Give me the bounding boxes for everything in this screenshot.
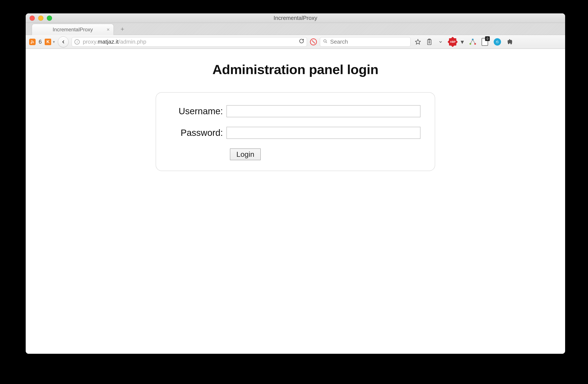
extension-dropdown-icon[interactable]: ▾: [53, 40, 55, 44]
notes-icon[interactable]: 0: [482, 38, 488, 46]
site-info-icon[interactable]: i: [74, 39, 80, 45]
minimize-window-button[interactable]: [38, 16, 43, 21]
zoom-window-button[interactable]: [47, 16, 52, 21]
close-tab-button[interactable]: ×: [107, 27, 110, 32]
username-label: Username:: [170, 106, 227, 116]
window-title: IncrementalProxy: [26, 15, 565, 21]
page-viewport: Administration panel login Username: Pas…: [26, 49, 565, 354]
login-panel: Username: Password: Login: [156, 92, 435, 171]
svg-line-2: [326, 42, 327, 43]
close-window-button[interactable]: [30, 16, 35, 21]
svg-line-10: [473, 40, 475, 44]
browser-tab[interactable]: IncrementalProxy ×: [32, 24, 114, 35]
password-label: Password:: [170, 128, 227, 138]
window-controls: [30, 16, 52, 21]
password-input[interactable]: [227, 127, 420, 139]
round-blue-extension-icon[interactable]: ⎋: [494, 38, 501, 45]
tab-strip: IncrementalProxy × +: [26, 23, 565, 35]
search-input[interactable]: [330, 38, 407, 45]
new-tab-button[interactable]: +: [118, 24, 127, 34]
bookmark-star-icon[interactable]: [415, 39, 421, 45]
page-heading: Administration panel login: [212, 62, 378, 77]
noscript-icon[interactable]: [310, 38, 317, 45]
tab-title: IncrementalProxy: [53, 26, 93, 33]
titlebar: IncrementalProxy: [26, 13, 565, 23]
toolbar: 6 K ▾ i proxy.matjaz.it/admin.php: [26, 35, 565, 49]
url-text: proxy.matjaz.it/admin.php: [83, 38, 146, 45]
downloads-icon[interactable]: [438, 39, 443, 45]
login-button[interactable]: Login: [230, 148, 261, 160]
svg-point-0: [31, 43, 32, 43]
reload-button[interactable]: [299, 38, 304, 45]
back-button[interactable]: [58, 37, 69, 47]
extension-orange-icon[interactable]: K: [45, 39, 51, 45]
menu-button[interactable]: [519, 40, 525, 44]
rss-icon[interactable]: [29, 39, 36, 45]
evernote-icon[interactable]: [507, 39, 513, 45]
feed-count: 6: [39, 38, 42, 45]
username-row: Username:: [170, 105, 420, 117]
adblock-icon[interactable]: ABP: [449, 38, 456, 45]
svg-point-1: [324, 40, 326, 42]
username-input[interactable]: [227, 105, 420, 117]
url-bar[interactable]: i proxy.matjaz.it/admin.php: [72, 37, 307, 47]
toolbar-right-icons: ABP ▾ 0 ⎋: [415, 38, 525, 46]
submit-row: Login: [170, 148, 420, 160]
page-content: Administration panel login Username: Pas…: [26, 49, 565, 171]
svg-marker-3: [416, 39, 420, 44]
search-icon: [323, 39, 327, 45]
svg-line-9: [470, 40, 473, 44]
search-bar[interactable]: [320, 37, 411, 47]
notes-badge: 0: [485, 36, 490, 41]
share-nodes-icon[interactable]: [469, 39, 476, 45]
adblock-dropdown-icon[interactable]: ▾: [461, 38, 464, 45]
password-row: Password:: [170, 127, 420, 139]
browser-window: IncrementalProxy IncrementalProxy × + 6 …: [26, 13, 565, 354]
reading-list-icon[interactable]: [426, 39, 432, 45]
